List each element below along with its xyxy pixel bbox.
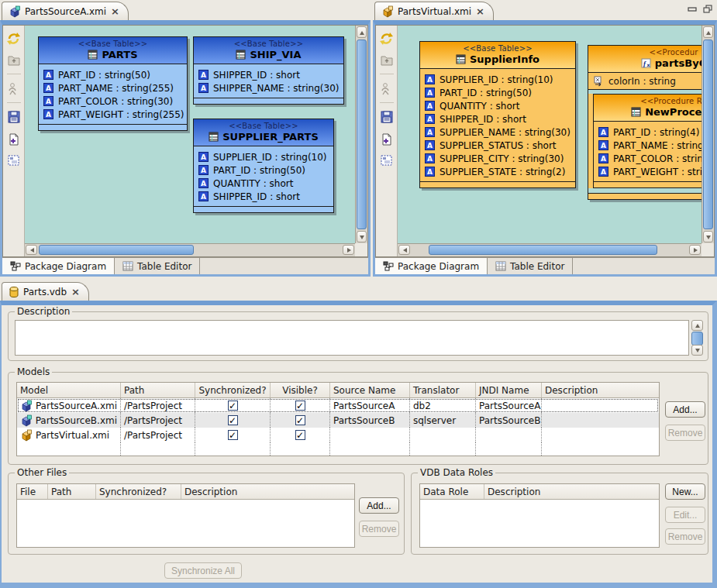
synchronize-all-button: Synchronize All (164, 562, 242, 579)
tab-parts-virtual[interactable]: PartsVirtual.xmi × (374, 2, 494, 20)
stereotype-label: <<Procedure Re (597, 97, 701, 105)
description-textarea[interactable] (15, 320, 689, 356)
attribute: SUPPLIER_ID : string(10) (213, 152, 327, 163)
models-add-button[interactable]: Add... (665, 401, 705, 418)
scroll-up-button[interactable] (691, 320, 703, 331)
scroll-thumb[interactable] (357, 40, 367, 229)
refresh-diagram-icon[interactable] (6, 30, 22, 46)
tab-package-diagram[interactable]: Package Diagram (2, 258, 115, 274)
table-footer (194, 206, 333, 212)
vertical-scrollbar[interactable] (355, 26, 367, 243)
tab-table-editor[interactable]: Table Editor (488, 258, 573, 274)
tab-package-diagram[interactable]: Package Diagram (375, 258, 488, 274)
col-model[interactable]: Model (17, 383, 121, 397)
description-scrollbar[interactable] (691, 320, 703, 356)
scroll-thumb[interactable] (691, 332, 703, 346)
close-icon[interactable]: × (475, 6, 485, 16)
checkbox-visible[interactable]: ✓ (295, 430, 305, 440)
tab-parts-source-a[interactable]: PartsSourceA.xmi × (2, 2, 129, 20)
close-icon[interactable]: × (110, 6, 120, 16)
attribute: SHIPPER_ID : short (213, 191, 300, 202)
col-description[interactable]: Description (484, 484, 659, 499)
diagram-table-parts[interactable]: <<Base Table>> PARTS PART_ID : string(50… (38, 36, 188, 131)
col-translator[interactable]: Translator (410, 383, 476, 397)
diagram-table-supplier-info[interactable]: <<Base Table>> SupplierInfo SUPPLIER_ID … (419, 41, 576, 188)
col-synchronized[interactable]: Synchronized? (96, 484, 181, 499)
editor-tabbar-right: PartsVirtual.xmi × (373, 0, 717, 20)
horizontal-scrollbar[interactable] (25, 243, 355, 256)
scroll-down-button[interactable] (357, 231, 367, 242)
new-sibling-icon[interactable] (379, 131, 395, 146)
table-footer (594, 181, 701, 187)
col-source-name[interactable]: Source Name (330, 383, 410, 397)
scroll-up-button[interactable] (703, 26, 713, 38)
model-row-parts-source-a[interactable]: PartsSourceA.xmi /PartsProject ✓ ✓ Parts… (17, 398, 659, 413)
data-roles-new-button[interactable]: New... (665, 483, 705, 500)
checkbox-synchronized[interactable]: ✓ (228, 415, 238, 425)
new-sibling-icon[interactable] (6, 131, 22, 146)
col-synchronized[interactable]: Synchronized? (195, 383, 271, 397)
minimize-icon[interactable] (688, 5, 697, 14)
checkbox-synchronized[interactable]: ✓ (228, 401, 238, 411)
diagram-selection-icon[interactable] (379, 153, 395, 168)
model-icon-orange (20, 429, 33, 442)
save-diagram-icon[interactable] (6, 109, 22, 125)
package-diagram-icon (10, 261, 21, 272)
editor-tabbar-left: PartsSourceA.xmi × (0, 0, 371, 20)
restore-icon[interactable] (703, 5, 712, 14)
diagram-table-ship-via[interactable]: <<Base Table>> SHIP_VIA SHIPPER_ID : sho… (193, 36, 344, 105)
scroll-thumb[interactable] (39, 245, 194, 255)
data-roles-edit-button: Edit... (665, 507, 705, 523)
preview-data-icon[interactable] (379, 81, 395, 96)
col-path[interactable]: Path (121, 383, 195, 397)
scroll-down-button[interactable] (691, 345, 703, 356)
diagram-procedure-parts-by-color[interactable]: <<Procedur partsByC colorIn : string <<P… (588, 45, 701, 200)
col-visible[interactable]: Visible? (271, 383, 330, 397)
col-description[interactable]: Description (181, 484, 354, 499)
table-name: SUPPLIER_PARTS (222, 131, 319, 143)
data-roles-group-label: VDB Data Roles (418, 467, 495, 478)
model-row-parts-virtual[interactable]: PartsVirtual.xmi /PartsProject ✓ ✓ (17, 428, 659, 442)
up-package-icon[interactable] (6, 52, 22, 67)
diagram-selection-icon[interactable] (6, 153, 22, 168)
col-file[interactable]: File (17, 484, 48, 499)
up-package-icon[interactable] (379, 52, 395, 67)
vertical-scrollbar[interactable] (701, 26, 714, 243)
diagram-canvas-left[interactable]: <<Base Table>> PARTS PART_ID : string(50… (25, 26, 355, 243)
scroll-up-button[interactable] (357, 26, 367, 38)
diagram-table-supplier-parts[interactable]: <<Base Table>> SUPPLIER_PARTS SUPPLIER_I… (193, 119, 334, 213)
tab-title: Parts.vdb (23, 287, 67, 297)
scroll-thumb[interactable] (703, 40, 713, 229)
tab-table-editor[interactable]: Table Editor (115, 258, 200, 274)
scroll-left-button[interactable] (26, 245, 37, 255)
attribute: PART_ID : string(50) (213, 165, 305, 176)
scroll-right-button[interactable] (343, 245, 354, 255)
table-editor-icon (122, 261, 133, 272)
attribute: QUANTITY : short (213, 178, 293, 189)
attribute-icon (425, 88, 435, 98)
attribute-icon (425, 140, 435, 150)
scroll-down-button[interactable] (703, 231, 713, 242)
col-path[interactable]: Path (48, 484, 96, 499)
horizontal-scrollbar[interactable] (398, 243, 701, 256)
col-data-role[interactable]: Data Role (420, 484, 484, 499)
scroll-thumb[interactable] (429, 245, 657, 255)
preview-data-icon[interactable] (6, 81, 22, 96)
refresh-diagram-icon[interactable] (379, 30, 395, 46)
attribute: PART_NAME : string(255) (58, 83, 174, 94)
tab-parts-vdb[interactable]: Parts.vdb × (2, 282, 89, 301)
checkbox-synchronized[interactable]: ✓ (228, 430, 238, 440)
other-files-add-button[interactable]: Add... (359, 497, 399, 514)
close-icon[interactable]: × (71, 287, 81, 297)
col-description[interactable]: Description (542, 383, 659, 397)
model-row-parts-source-b[interactable]: PartsSourceB.xmi /PartsProject ✓ ✓ Parts… (17, 413, 659, 428)
diagram-canvas-right[interactable]: <<Base Table>> SupplierInfo SUPPLIER_ID … (398, 26, 701, 243)
save-diagram-icon[interactable] (379, 109, 395, 125)
scroll-left-button[interactable] (398, 245, 410, 255)
checkbox-visible[interactable]: ✓ (295, 401, 305, 411)
diagram-result-set-new-procedure[interactable]: <<Procedure Re NewProcedu PART_ID : stri… (593, 94, 701, 188)
attribute-icon (598, 153, 608, 163)
checkbox-visible[interactable]: ✓ (295, 415, 305, 425)
scroll-right-button[interactable] (689, 245, 701, 255)
col-jndi-name[interactable]: JNDI Name (476, 383, 542, 397)
